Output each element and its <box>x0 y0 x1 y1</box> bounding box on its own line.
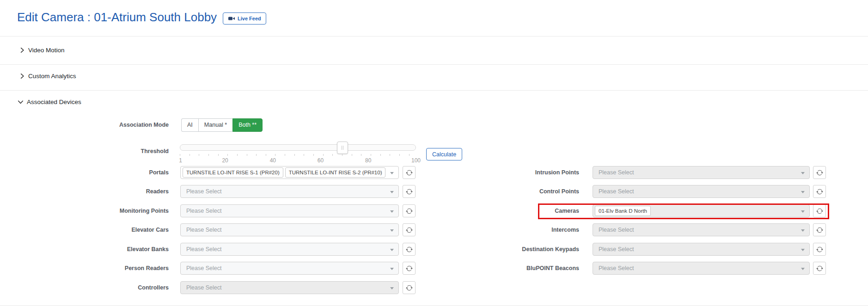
association-mode-ai-button[interactable]: AI <box>181 118 198 132</box>
page-title: Edit Camera : 01-Atrium South Lobby <box>17 10 217 25</box>
placeholder-text: Please Select <box>183 208 221 214</box>
refresh-icon <box>816 246 823 253</box>
refresh-icon <box>816 188 823 195</box>
chevron-down-icon <box>390 287 394 290</box>
placeholder-text: Please Select <box>595 265 634 271</box>
intrusion-points-select[interactable]: Please Select <box>593 166 810 179</box>
intercoms-label: Intercoms <box>462 223 579 236</box>
control-points-label: Control Points <box>462 185 579 198</box>
readers-select[interactable]: Please Select <box>180 185 399 198</box>
refresh-icon <box>406 227 413 234</box>
portals-tag[interactable]: TURNSTILE LO-INT RISE S-1 (PR#20) <box>183 167 283 178</box>
chevron-down-icon <box>390 172 394 174</box>
placeholder-text: Please Select <box>595 246 634 253</box>
divider <box>0 305 868 306</box>
elevator-cars-select[interactable]: Please Select <box>180 223 399 236</box>
refresh-icon <box>406 208 413 215</box>
elevator-cars-refresh-button[interactable] <box>403 223 416 236</box>
divider <box>0 64 868 65</box>
calculate-button[interactable]: Calculate <box>426 148 462 160</box>
divider <box>0 90 868 91</box>
refresh-icon <box>406 265 413 272</box>
destination-keypads-label: Destination Keypads <box>462 243 579 256</box>
refresh-icon <box>816 227 823 234</box>
destination-keypads-select[interactable]: Please Select <box>593 243 810 256</box>
control-points-select[interactable]: Please Select <box>593 185 810 198</box>
threshold-label: Threshold <box>0 145 169 158</box>
cameras-label: Cameras <box>462 204 579 217</box>
refresh-icon <box>406 246 413 253</box>
readers-label: Readers <box>0 185 169 198</box>
intrusion-points-refresh-button[interactable] <box>813 166 826 179</box>
portals-tag[interactable]: TURNSTILE LO-INT RISE S-2 (PR#10) <box>285 167 386 178</box>
portals-select[interactable]: TURNSTILE LO-INT RISE S-1 (PR#20) TURNST… <box>180 166 399 179</box>
placeholder-text: Please Select <box>183 284 221 291</box>
section-video-motion[interactable]: Video Motion <box>18 47 65 54</box>
chevron-right-icon <box>18 73 25 80</box>
blupoint-beacons-refresh-button[interactable] <box>813 262 826 275</box>
cameras-refresh-button[interactable] <box>813 204 826 217</box>
live-feed-button[interactable]: Live Feed <box>223 12 266 25</box>
refresh-icon <box>406 188 413 195</box>
blupoint-beacons-select[interactable]: Please Select <box>593 262 810 275</box>
placeholder-text: Please Select <box>183 188 221 195</box>
refresh-icon <box>406 284 413 291</box>
chevron-down-icon <box>801 191 805 193</box>
controllers-select[interactable]: Please Select <box>180 281 399 294</box>
portals-label: Portals <box>0 166 169 179</box>
video-camera-icon <box>228 15 235 22</box>
monitoring-points-select[interactable]: Please Select <box>180 204 399 217</box>
threshold-tick-marks <box>180 154 416 156</box>
control-points-refresh-button[interactable] <box>813 185 826 198</box>
association-mode-label: Association Mode <box>0 118 169 131</box>
section-label: Custom Analytics <box>28 73 76 80</box>
chevron-down-icon <box>390 210 394 213</box>
intercoms-refresh-button[interactable] <box>813 223 826 236</box>
monitoring-points-refresh-button[interactable] <box>403 204 416 217</box>
chevron-down-icon <box>390 191 394 193</box>
elevator-banks-label: Elevator Banks <box>0 243 169 256</box>
refresh-icon <box>816 169 823 176</box>
chevron-down-icon <box>17 99 24 105</box>
cameras-select[interactable]: 01-Elv Bank D North <box>593 204 810 217</box>
tick-label: 60 <box>318 157 324 164</box>
chevron-right-icon <box>18 47 25 54</box>
tick-label: 20 <box>222 157 228 164</box>
portals-refresh-button[interactable] <box>403 166 416 179</box>
refresh-icon <box>816 265 823 272</box>
section-label: Video Motion <box>28 47 65 54</box>
controllers-refresh-button[interactable] <box>403 281 416 294</box>
chevron-down-icon <box>390 268 394 270</box>
placeholder-text: Please Select <box>183 246 221 253</box>
refresh-icon <box>816 208 823 215</box>
threshold-slider-handle[interactable] <box>337 142 348 154</box>
intercoms-select[interactable]: Please Select <box>593 223 810 236</box>
person-readers-refresh-button[interactable] <box>403 262 416 275</box>
tick-label: 1 <box>179 157 182 164</box>
live-feed-label: Live Feed <box>238 16 261 21</box>
elevator-banks-select[interactable]: Please Select <box>180 243 399 256</box>
tick-label: 80 <box>365 157 371 164</box>
cameras-tag[interactable]: 01-Elv Bank D North <box>595 206 651 216</box>
person-readers-label: Person Readers <box>0 262 169 275</box>
threshold-slider[interactable] <box>180 144 416 151</box>
section-label: Associated Devices <box>27 99 81 105</box>
section-custom-analytics[interactable]: Custom Analytics <box>18 73 76 80</box>
elevator-banks-refresh-button[interactable] <box>403 243 416 256</box>
chevron-down-icon <box>801 229 805 232</box>
tick-label: 100 <box>411 157 421 164</box>
chevron-down-icon <box>390 229 394 232</box>
section-associated-devices[interactable]: Associated Devices <box>17 99 81 105</box>
edit-camera-page: Edit Camera : 01-Atrium South Lobby Live… <box>0 0 868 308</box>
association-mode-both-button[interactable]: Both ** <box>232 118 263 132</box>
chevron-down-icon <box>801 268 805 270</box>
placeholder-text: Please Select <box>595 227 634 233</box>
threshold-tick-labels: 1 20 40 60 80 100 <box>180 157 416 165</box>
readers-refresh-button[interactable] <box>403 185 416 198</box>
destination-keypads-refresh-button[interactable] <box>813 243 826 256</box>
person-readers-select[interactable]: Please Select <box>180 262 399 275</box>
chevron-down-icon <box>801 249 805 251</box>
association-mode-group: AI Manual * Both ** <box>181 118 263 132</box>
association-mode-manual-button[interactable]: Manual * <box>198 118 232 132</box>
monitoring-points-label: Monitoring Points <box>0 204 169 217</box>
